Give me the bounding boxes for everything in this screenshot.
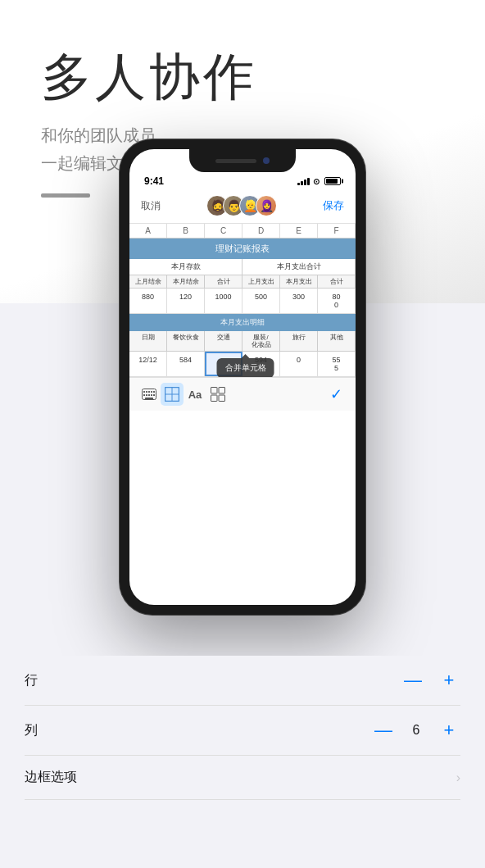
svg-rect-17 — [211, 395, 218, 402]
cell-1000[interactable]: 1000 — [205, 289, 242, 313]
keyboard-btn[interactable] — [138, 383, 161, 406]
svg-rect-3 — [148, 391, 150, 393]
divider-bar — [41, 193, 90, 198]
row-option: 行 — + — [25, 656, 460, 706]
border-arrow-icon: › — [456, 770, 460, 785]
cell-date[interactable]: 12/12 — [129, 352, 167, 376]
svg-rect-15 — [211, 388, 218, 394]
section-expenses: 本月支出合计 — [242, 259, 356, 275]
svg-rect-7 — [146, 394, 147, 396]
col-plus-btn[interactable]: + — [437, 719, 460, 742]
main-title: 多人协作 — [41, 49, 444, 105]
col-d: D — [242, 224, 280, 238]
svg-rect-5 — [153, 391, 155, 393]
toolbar-cancel-btn[interactable]: 取消 — [141, 199, 161, 213]
phone-mockup-wrapper: 9:41 ⊙ — [120, 139, 365, 615]
status-time: 9:41 — [144, 175, 164, 187]
svg-rect-16 — [219, 388, 225, 394]
merge-tooltip: 合并单元格 — [217, 358, 274, 377]
phone-toolbar: 取消 🧔 👨 👱 🧕 — [129, 192, 356, 224]
svg-rect-9 — [151, 394, 152, 396]
col-e: E — [280, 224, 318, 238]
sub2-other: 其他 — [318, 331, 356, 351]
cell-0[interactable]: 0 — [280, 352, 318, 376]
row-plus-btn[interactable]: + — [437, 669, 460, 692]
border-option[interactable]: 边框选项 › — [25, 756, 460, 800]
section-deposits: 本月存款 — [129, 259, 242, 275]
signal-bar-1 — [297, 183, 300, 185]
signal-bar-2 — [301, 181, 303, 185]
toolbar-save-btn[interactable]: 保存 — [323, 198, 344, 213]
signal-bar-4 — [307, 178, 310, 185]
phone-screen: 9:41 ⊙ — [129, 149, 356, 605]
sub-curr-expense: 本月支出 — [280, 275, 318, 288]
spreadsheet: 理财记账报表 本月存款 本月支出合计 上月结余 本月结余 合计 上月支出 本月支… — [129, 239, 356, 377]
data-row-1: 880 120 1000 500 300 800 — [129, 289, 356, 314]
section2-bar: 本月支出明细 — [129, 314, 356, 331]
battery-icon — [324, 177, 341, 185]
signal-bars — [297, 178, 310, 185]
cell-800[interactable]: 800 — [318, 289, 356, 313]
confirm-btn[interactable]: ✓ — [324, 383, 347, 406]
sub2-clothing: 服装/化妆品 — [242, 331, 280, 351]
sub2-travel: 旅行 — [280, 331, 318, 351]
col-b: B — [167, 224, 205, 238]
col-f: F — [318, 224, 356, 238]
row-minus-btn[interactable]: — — [401, 669, 424, 692]
wifi-icon: ⊙ — [313, 177, 320, 186]
cell-555[interactable]: 555 — [318, 352, 356, 376]
border-label: 边框选项 — [25, 769, 77, 786]
sub-prev-expense: 上月支出 — [242, 275, 280, 288]
svg-rect-6 — [143, 394, 145, 396]
phone-mockup: 9:41 ⊙ — [120, 139, 365, 615]
section-headers: 本月存款 本月支出合计 — [129, 259, 356, 275]
svg-rect-8 — [148, 394, 150, 396]
col-option: 列 — 6 + — [25, 706, 460, 756]
cell-584[interactable]: 584 — [167, 352, 205, 376]
toolbar-avatars: 🧔 👨 👱 🧕 — [206, 195, 277, 216]
notch-camera — [263, 157, 270, 164]
avatar-4: 🧕 — [256, 195, 277, 216]
col-minus-btn[interactable]: — — [372, 719, 395, 742]
col-label: 列 — [25, 722, 38, 739]
sub-total2: 合计 — [318, 275, 356, 288]
battery-fill — [326, 179, 338, 184]
col-c: C — [205, 224, 242, 238]
sub-headers-2: 日期 餐饮伙食 交通 服装/化妆品 旅行 其他 — [129, 331, 356, 352]
sheet-title: 理财记账报表 — [129, 239, 356, 259]
col-value: 6 — [408, 723, 424, 738]
row-controls: — + — [401, 669, 460, 692]
table-border-btn[interactable] — [161, 383, 184, 406]
notch-speaker — [215, 159, 256, 163]
svg-rect-4 — [151, 391, 152, 393]
cell-120[interactable]: 120 — [167, 289, 205, 313]
signal-bar-3 — [304, 180, 306, 185]
merge-cells-btn[interactable] — [206, 383, 229, 406]
sub2-transport: 交通 — [205, 331, 242, 351]
sub2-date: 日期 — [129, 331, 167, 351]
sub-prev-balance: 上月结余 — [129, 275, 167, 288]
cell-300[interactable]: 300 — [280, 289, 318, 313]
data-row-2: 12/12 584 594 0 555 合并单元格 — [129, 352, 356, 377]
sub2-dining: 餐饮伙食 — [167, 331, 205, 351]
options-panel: 行 — + 列 — 6 + 边框选项 › — [0, 656, 485, 868]
svg-rect-11 — [145, 398, 153, 399]
col-a: A — [129, 224, 167, 238]
cell-500[interactable]: 500 — [242, 289, 280, 313]
sub-total: 合计 — [205, 275, 242, 288]
svg-rect-1 — [143, 391, 145, 393]
svg-rect-2 — [146, 391, 147, 393]
phone-bottom-toolbar: Aa ✓ — [129, 377, 356, 411]
sub-headers-1: 上月结余 本月结余 合计 上月支出 本月支出 合计 — [129, 275, 356, 289]
status-icons: ⊙ — [297, 177, 341, 186]
svg-rect-18 — [219, 395, 225, 402]
col-controls: — 6 + — [372, 719, 460, 742]
cell-880[interactable]: 880 — [129, 289, 167, 313]
row-label: 行 — [25, 672, 38, 689]
column-headers: A B C D E F — [129, 224, 356, 239]
avatar-face-4: 🧕 — [256, 196, 276, 216]
svg-rect-10 — [153, 394, 155, 396]
font-size-btn[interactable]: Aa — [184, 383, 206, 406]
sub-curr-balance: 本月结余 — [167, 275, 205, 288]
phone-notch — [189, 149, 296, 172]
